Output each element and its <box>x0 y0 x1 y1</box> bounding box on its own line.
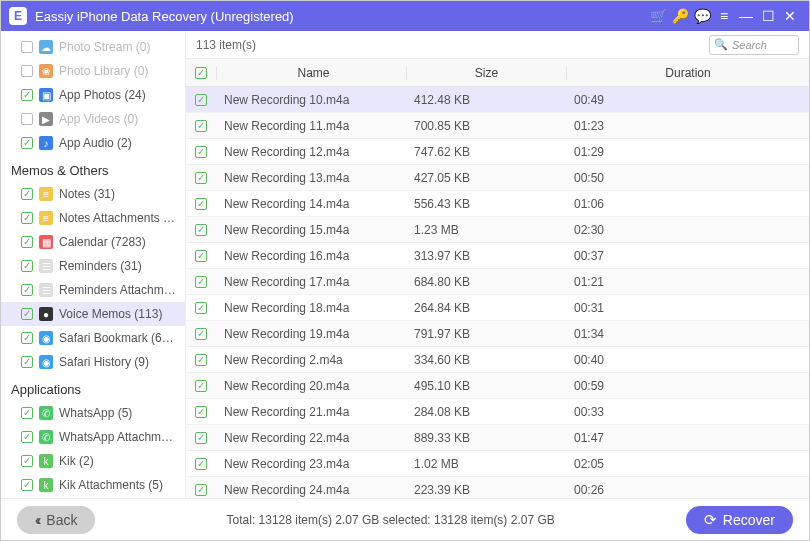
checkbox[interactable] <box>21 188 33 200</box>
table-row[interactable]: New Recording 20.m4a495.10 KB00:59 <box>186 373 809 399</box>
category-icon: ▣ <box>39 88 53 102</box>
checkbox[interactable] <box>21 236 33 248</box>
close-icon[interactable]: ✕ <box>779 8 801 24</box>
table-row[interactable]: New Recording 23.m4a1.02 MB02:05 <box>186 451 809 477</box>
cell-name: New Recording 20.m4a <box>216 379 406 393</box>
checkbox[interactable] <box>21 356 33 368</box>
table-row[interactable]: New Recording 24.m4a223.39 KB00:26 <box>186 477 809 498</box>
category-icon: ≡ <box>39 211 53 225</box>
sidebar-item[interactable]: ≡Notes Attachments (24) <box>1 206 185 230</box>
feedback-icon[interactable]: 💬 <box>691 8 713 24</box>
sidebar-item[interactable]: ◉Safari Bookmark (653) <box>1 326 185 350</box>
titlebar: E Eassiy iPhone Data Recovery (Unregiste… <box>1 1 809 31</box>
sidebar-item[interactable]: ♪App Audio (2) <box>1 131 185 155</box>
recover-button[interactable]: ⟳ Recover <box>686 506 793 534</box>
table-row[interactable]: New Recording 18.m4a264.84 KB00:31 <box>186 295 809 321</box>
menu-icon[interactable]: ≡ <box>713 8 735 24</box>
sidebar-item[interactable]: kKik Attachments (5) <box>1 473 185 497</box>
sidebar-item[interactable]: ❀Photo Library (0) <box>1 59 185 83</box>
row-checkbox[interactable] <box>186 94 216 106</box>
search-input[interactable]: 🔍 Search <box>709 35 799 55</box>
sidebar-item[interactable]: ▣App Photos (24) <box>1 83 185 107</box>
row-checkbox[interactable] <box>186 224 216 236</box>
sidebar-item[interactable]: ☁Photo Stream (0) <box>1 35 185 59</box>
row-checkbox[interactable] <box>186 458 216 470</box>
column-size[interactable]: Size <box>406 66 566 80</box>
refresh-icon: ⟳ <box>704 511 717 529</box>
checkbox[interactable] <box>21 284 33 296</box>
cell-duration: 00:40 <box>566 353 809 367</box>
table-row[interactable]: New Recording 15.m4a1.23 MB02:30 <box>186 217 809 243</box>
row-checkbox[interactable] <box>186 146 216 158</box>
table-row[interactable]: New Recording 10.m4a412.48 KB00:49 <box>186 87 809 113</box>
checkbox[interactable] <box>21 260 33 272</box>
table-row[interactable]: New Recording 14.m4a556.43 KB01:06 <box>186 191 809 217</box>
row-checkbox[interactable] <box>186 302 216 314</box>
cell-size: 747.62 KB <box>406 145 566 159</box>
table-row[interactable]: New Recording 12.m4a747.62 KB01:29 <box>186 139 809 165</box>
sidebar[interactable]: ☁Photo Stream (0)❀Photo Library (0)▣App … <box>1 31 186 498</box>
cart-icon[interactable]: 🛒 <box>647 8 669 24</box>
sidebar-item[interactable]: ✆WhatsApp Attachmen... <box>1 425 185 449</box>
checkbox[interactable] <box>21 332 33 344</box>
cell-duration: 01:34 <box>566 327 809 341</box>
sidebar-item[interactable]: ◉Safari History (9) <box>1 350 185 374</box>
cell-size: 412.48 KB <box>406 93 566 107</box>
table-row[interactable]: New Recording 17.m4a684.80 KB01:21 <box>186 269 809 295</box>
checkbox[interactable] <box>21 308 33 320</box>
column-name[interactable]: Name <box>216 66 406 80</box>
column-duration[interactable]: Duration <box>566 66 809 80</box>
cell-name: New Recording 21.m4a <box>216 405 406 419</box>
checkbox[interactable] <box>21 41 33 53</box>
sidebar-item[interactable]: ☰Reminders (31) <box>1 254 185 278</box>
checkbox[interactable] <box>21 455 33 467</box>
checkbox[interactable] <box>21 407 33 419</box>
back-button[interactable]: ‹‹ Back <box>17 506 95 534</box>
checkbox[interactable] <box>21 65 33 77</box>
row-checkbox[interactable] <box>186 172 216 184</box>
checkbox[interactable] <box>21 137 33 149</box>
checkbox[interactable] <box>21 212 33 224</box>
row-checkbox[interactable] <box>186 432 216 444</box>
sidebar-item[interactable]: ▦Calendar (7283) <box>1 230 185 254</box>
sidebar-item[interactable]: LLine (4) <box>1 497 185 498</box>
sidebar-item-label: Photo Stream (0) <box>59 40 150 54</box>
row-checkbox[interactable] <box>186 250 216 262</box>
table-row[interactable]: New Recording 2.m4a334.60 KB00:40 <box>186 347 809 373</box>
checkbox[interactable] <box>21 89 33 101</box>
row-checkbox[interactable] <box>186 120 216 132</box>
row-checkbox[interactable] <box>186 484 216 496</box>
row-checkbox[interactable] <box>186 198 216 210</box>
table-row[interactable]: New Recording 19.m4a791.97 KB01:34 <box>186 321 809 347</box>
sidebar-item[interactable]: kKik (2) <box>1 449 185 473</box>
checkbox[interactable] <box>21 431 33 443</box>
row-checkbox[interactable] <box>186 354 216 366</box>
row-checkbox[interactable] <box>186 406 216 418</box>
sidebar-item[interactable]: ●Voice Memos (113) <box>1 302 185 326</box>
row-checkbox[interactable] <box>186 380 216 392</box>
sidebar-item[interactable]: ✆WhatsApp (5) <box>1 401 185 425</box>
row-checkbox[interactable] <box>186 328 216 340</box>
cell-name: New Recording 22.m4a <box>216 431 406 445</box>
cell-duration: 00:33 <box>566 405 809 419</box>
sidebar-item[interactable]: ☰Reminders Attachmen... <box>1 278 185 302</box>
maximize-icon[interactable]: ☐ <box>757 8 779 24</box>
key-icon[interactable]: 🔑 <box>669 8 691 24</box>
table-row[interactable]: New Recording 22.m4a889.33 KB01:47 <box>186 425 809 451</box>
table-row[interactable]: New Recording 21.m4a284.08 KB00:33 <box>186 399 809 425</box>
minimize-icon[interactable]: — <box>735 8 757 24</box>
checkbox[interactable] <box>21 479 33 491</box>
sidebar-item-label: Notes Attachments (24) <box>59 211 179 225</box>
table-body[interactable]: New Recording 10.m4a412.48 KB00:49New Re… <box>186 87 809 498</box>
row-checkbox[interactable] <box>186 276 216 288</box>
select-all-checkbox[interactable] <box>186 67 216 79</box>
table-header: Name Size Duration <box>186 59 809 87</box>
sidebar-item[interactable]: ≡Notes (31) <box>1 182 185 206</box>
table-row[interactable]: New Recording 13.m4a427.05 KB00:50 <box>186 165 809 191</box>
checkbox[interactable] <box>21 113 33 125</box>
sidebar-item[interactable]: ▶App Videos (0) <box>1 107 185 131</box>
table-row[interactable]: New Recording 11.m4a700.85 KB01:23 <box>186 113 809 139</box>
cell-size: 889.33 KB <box>406 431 566 445</box>
sidebar-item-label: Calendar (7283) <box>59 235 146 249</box>
table-row[interactable]: New Recording 16.m4a313.97 KB00:37 <box>186 243 809 269</box>
